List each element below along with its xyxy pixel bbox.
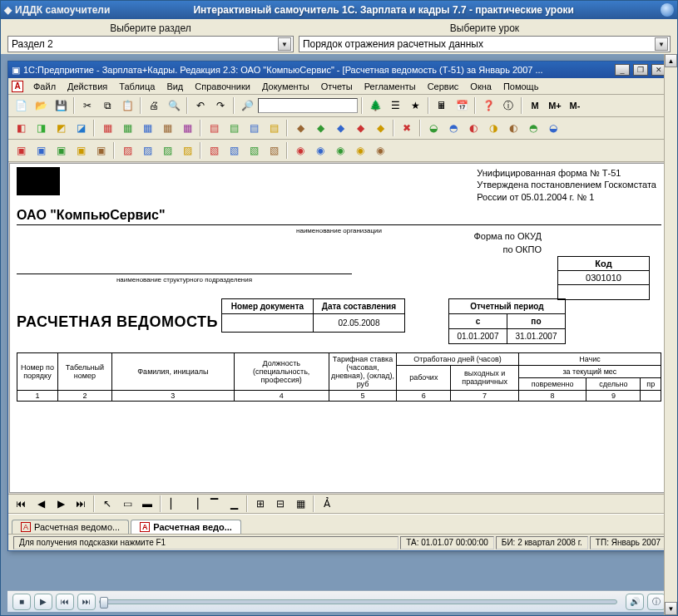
new-icon[interactable]: 📄 — [12, 96, 30, 115]
doc-icon[interactable]: ▤ — [265, 119, 283, 137]
menu-references[interactable]: Справочники — [190, 80, 255, 93]
calc-icon[interactable]: 🖩 — [433, 96, 451, 115]
doc-icon[interactable]: ◆ — [371, 119, 389, 137]
border-left-icon[interactable]: ▏ — [165, 495, 183, 513]
doc-icon[interactable]: ◩ — [52, 119, 70, 137]
doc-icon[interactable]: ◐ — [464, 119, 483, 137]
border-right-icon[interactable]: ▕ — [185, 495, 203, 513]
nav-first-icon[interactable]: ⏮ — [12, 495, 30, 513]
report-icon[interactable]: ▨ — [178, 141, 196, 160]
maximize-button[interactable]: ❐ — [633, 64, 648, 76]
tab-doc-2[interactable]: A Расчетная ведо... — [131, 520, 241, 534]
doc-icon[interactable]: ◒ — [544, 119, 562, 137]
report-icon[interactable]: ▨ — [158, 141, 176, 160]
doc-icon[interactable]: ◧ — [12, 119, 30, 137]
menu-regulations[interactable]: Регламенты — [359, 80, 421, 93]
print-icon[interactable]: 🖨 — [145, 96, 163, 115]
memory-m-button[interactable]: M — [526, 96, 544, 115]
menu-help[interactable]: Помощь — [498, 80, 544, 93]
report-icon[interactable]: ▨ — [118, 141, 136, 160]
doc-icon[interactable]: ◆ — [291, 119, 309, 137]
tutorial-close-button[interactable] — [661, 3, 674, 17]
player-prev-button[interactable]: ⏮ — [56, 594, 74, 610]
document-area[interactable]: Унифицированная форма № Т-51 Утверждена … — [9, 163, 669, 493]
save-icon[interactable]: 💾 — [52, 96, 70, 115]
split-icon[interactable]: ⊟ — [271, 495, 290, 513]
minimize-button[interactable]: _ — [615, 64, 630, 76]
report-icon[interactable]: ◉ — [311, 141, 329, 160]
player-play-button[interactable]: ▶ — [34, 594, 52, 610]
border-bottom-icon[interactable]: ▁ — [225, 495, 243, 513]
doc-icon[interactable]: ◪ — [72, 119, 90, 137]
about-icon[interactable]: ⓘ — [499, 96, 517, 115]
player-progress[interactable] — [99, 599, 617, 604]
report-icon[interactable]: ▣ — [12, 141, 30, 160]
report-icon[interactable]: ▣ — [52, 141, 70, 160]
calendar-icon[interactable]: 📅 — [453, 96, 471, 115]
pointer-icon[interactable]: ↖ — [98, 495, 116, 513]
doc-icon[interactable]: ◒ — [424, 119, 443, 137]
doc-icon[interactable]: ▦ — [178, 119, 196, 137]
player-next-button[interactable]: ⏭ — [77, 594, 96, 610]
nav-prev-icon[interactable]: ◀ — [32, 495, 50, 513]
search-input[interactable] — [258, 98, 358, 113]
doc-icon[interactable]: ▦ — [98, 119, 116, 137]
menu-windows[interactable]: Окна — [465, 80, 497, 93]
doc-icon[interactable]: ◆ — [311, 119, 329, 137]
row-icon[interactable]: ▬ — [138, 495, 156, 513]
doc-icon[interactable]: ▤ — [205, 119, 223, 137]
doc-icon[interactable]: ◆ — [331, 119, 349, 137]
find-icon[interactable]: 🔎 — [238, 96, 256, 115]
menu-view[interactable]: Вид — [161, 80, 188, 93]
tree-icon[interactable]: 🌲 — [366, 96, 384, 115]
doc-icon[interactable]: ▤ — [245, 119, 263, 137]
open-icon[interactable]: 📂 — [32, 96, 50, 115]
preview-icon[interactable]: 🔍 — [165, 96, 183, 115]
list-icon[interactable]: ☰ — [386, 96, 404, 115]
menu-file[interactable]: Файл — [28, 80, 61, 93]
grid-icon[interactable]: ▦ — [291, 495, 309, 513]
report-icon[interactable]: ▣ — [32, 141, 50, 160]
section-select[interactable]: Раздел 2 ▼ — [7, 36, 294, 52]
help-icon[interactable]: ❓ — [479, 96, 497, 115]
doc-icon[interactable]: ▦ — [158, 119, 176, 137]
menu-table[interactable]: Таблица — [114, 80, 160, 93]
nav-last-icon[interactable]: ⏭ — [72, 495, 90, 513]
menu-service[interactable]: Сервис — [423, 80, 464, 93]
report-icon[interactable]: ◉ — [291, 141, 309, 160]
player-sound-button[interactable]: 🔊 — [626, 594, 644, 610]
doc-icon[interactable]: ◆ — [351, 119, 369, 137]
doc-icon[interactable]: ▦ — [118, 119, 136, 137]
cut-icon[interactable]: ✂ — [78, 96, 97, 115]
report-icon[interactable]: ◉ — [331, 141, 349, 160]
scroll-up-icon[interactable]: ▲ — [665, 54, 677, 67]
report-icon[interactable]: ▧ — [225, 141, 243, 160]
copy-icon[interactable]: ⧉ — [98, 96, 116, 115]
menu-documents[interactable]: Документы — [257, 80, 314, 93]
report-icon[interactable]: ▧ — [205, 141, 223, 160]
paste-icon[interactable]: 📋 — [118, 96, 136, 115]
report-icon[interactable]: ▨ — [138, 141, 156, 160]
report-icon[interactable]: ◉ — [371, 141, 389, 160]
tab-doc-1[interactable]: A Расчетная ведомо... — [12, 520, 129, 534]
doc-icon[interactable]: ✖ — [398, 119, 416, 137]
vertical-scrollbar[interactable]: ▲ ▼ — [664, 54, 677, 615]
menu-reports[interactable]: Отчеты — [316, 80, 358, 93]
player-info-button[interactable]: ⓘ — [647, 594, 666, 610]
border-top-icon[interactable]: ▔ — [205, 495, 223, 513]
undo-icon[interactable]: ↶ — [191, 96, 210, 115]
doc-icon[interactable]: ◨ — [32, 119, 50, 137]
memory-mminus-button[interactable]: M- — [566, 96, 584, 115]
report-icon[interactable]: ▣ — [72, 141, 90, 160]
report-icon[interactable]: ◉ — [351, 141, 369, 160]
player-progress-handle[interactable] — [100, 597, 108, 609]
memory-mplus-button[interactable]: M+ — [546, 96, 564, 115]
doc-icon[interactable]: ▤ — [225, 119, 243, 137]
favorites-icon[interactable]: ★ — [406, 96, 424, 115]
chevron-down-icon[interactable]: ▼ — [655, 37, 668, 51]
doc-icon[interactable]: ◓ — [444, 119, 463, 137]
report-icon[interactable]: ▧ — [265, 141, 283, 160]
nav-next-icon[interactable]: ▶ — [52, 495, 70, 513]
menu-actions[interactable]: Действия — [62, 80, 112, 93]
player-stop-button[interactable]: ■ — [12, 594, 31, 610]
